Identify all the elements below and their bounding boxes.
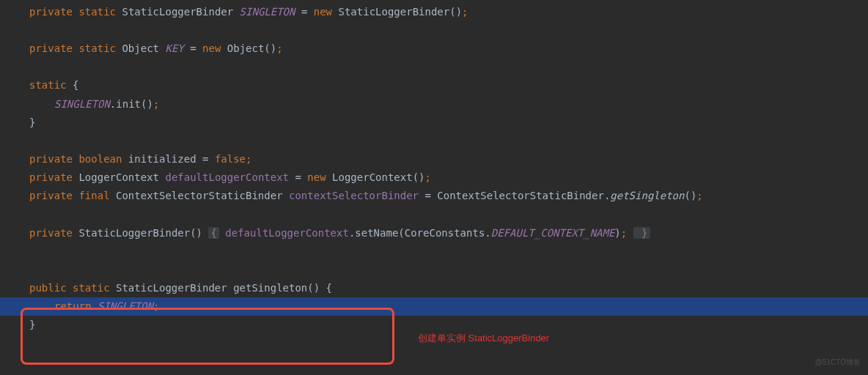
blank-line <box>0 21 868 40</box>
field: contextSelectorBinder <box>289 190 419 201</box>
keyword: private final <box>29 190 110 201</box>
keyword: private boolean <box>29 153 122 165</box>
code-line: private static StaticLoggerBinder SINGLE… <box>0 3 868 21</box>
field: KEY <box>165 42 183 54</box>
keyword: new <box>202 42 221 54</box>
code-line: static { <box>0 76 868 94</box>
type: StaticLoggerBinder <box>122 6 233 18</box>
method: getSingleton <box>610 190 684 201</box>
code-line: SINGLETON.init(); <box>0 95 868 114</box>
code-line: private LoggerContext defaultLoggerConte… <box>0 168 868 187</box>
keyword: private static <box>29 6 116 18</box>
folded-brace: { <box>208 227 218 239</box>
code-editor[interactable]: private static StaticLoggerBinder SINGLE… <box>0 0 868 337</box>
keyword: new <box>314 6 332 18</box>
blank-line <box>0 261 868 279</box>
annotation-text: 创建单实例 StaticLoggerBinder <box>418 330 549 346</box>
field: defaultLoggerContext <box>219 227 349 239</box>
watermark: @51CTO博客 <box>815 356 861 369</box>
blank-line <box>0 206 868 224</box>
field: defaultLoggerContext <box>165 171 289 183</box>
keyword: private <box>29 171 73 183</box>
code-line: private StaticLoggerBinder() { defaultLo… <box>0 224 868 242</box>
keyword: public static <box>29 282 110 294</box>
field: SINGLETON <box>92 300 153 312</box>
code-line: public static StaticLoggerBinder getSing… <box>0 279 868 297</box>
code-line: } <box>0 114 868 132</box>
keyword: return <box>54 300 92 312</box>
field: SINGLETON <box>240 6 295 18</box>
code-line: private final ContextSelectorStaticBinde… <box>0 187 868 205</box>
keyword: private <box>29 227 73 239</box>
highlighted-line: return SINGLETON; <box>0 297 868 316</box>
keyword: static <box>29 79 67 91</box>
keyword: false <box>215 153 246 165</box>
blank-line <box>0 58 868 76</box>
keyword: private static <box>29 42 116 54</box>
keyword: new <box>307 171 326 183</box>
blank-line <box>0 132 868 150</box>
blank-line <box>0 242 868 261</box>
field: SINGLETON <box>54 98 110 110</box>
folded-brace: } <box>633 227 650 239</box>
code-line: private static Object KEY = new Object()… <box>0 40 868 58</box>
constant: DEFAULT_CONTEXT_NAME <box>491 227 615 239</box>
code-line: private boolean initialized = false; <box>0 150 868 168</box>
